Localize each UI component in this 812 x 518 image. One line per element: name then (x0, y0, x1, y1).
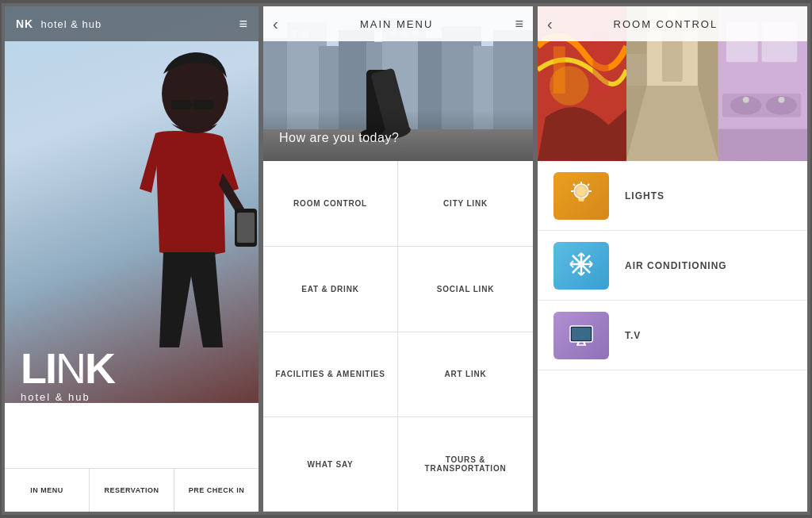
screen1-background (5, 6, 259, 403)
room-control-title: ROOM CONTROL (614, 18, 718, 30)
svg-rect-48 (718, 129, 807, 161)
screen3-header: ‹ ROOM CONTROL (538, 6, 807, 41)
screen1-footer: IN MENU RESERVATION PRE CHECK IN (5, 468, 259, 512)
screen1-logo: NK hotel & hub (16, 17, 102, 30)
tv-label: T.V (625, 330, 641, 341)
hero-greeting: How are you today? (279, 131, 399, 145)
screen2-header: ‹ MAIN MENU ≡ (263, 6, 533, 41)
screen1-content: LiNK hotel & hub — Tel Aviv — 39 Shaul H… (21, 347, 124, 464)
lightbulb-icon (567, 180, 596, 212)
eat-drink-menu-item[interactable]: EAT & DRINK (263, 247, 398, 332)
svg-point-47 (778, 97, 784, 103)
screen3-room-control: ‹ ROOM CONTROL (538, 6, 807, 512)
svg-point-60 (578, 261, 584, 267)
lights-control-item[interactable]: LIGHTS (538, 161, 807, 231)
hamburger-icon[interactable]: ≡ (515, 16, 523, 33)
svg-point-46 (743, 97, 749, 103)
tours-menu-item[interactable]: TOURS & TRANSPORTATION (398, 417, 533, 512)
hotel-hub-label: hotel & hub (21, 391, 124, 403)
room-control-menu-item[interactable]: ROOM CONTROL (263, 161, 398, 247)
reservation-button[interactable]: RESERVATION (90, 469, 174, 512)
city-link-menu-item[interactable]: CITY LINK (398, 161, 533, 247)
tv-icon-box (553, 312, 609, 359)
city-label: Tel Aviv (37, 405, 96, 421)
svg-rect-70 (572, 328, 591, 340)
back-button[interactable]: ‹ (547, 15, 553, 33)
brand-logo: LiNK (21, 347, 124, 389)
lights-label: LIGHTS (625, 190, 665, 201)
snowflake-icon (567, 250, 596, 282)
tv-icon (567, 320, 596, 351)
svg-rect-1 (171, 100, 191, 109)
in-menu-button[interactable]: IN MENU (5, 469, 90, 512)
pre-check-in-button[interactable]: PRE CHECK IN (174, 469, 259, 512)
svg-line-53 (573, 184, 575, 186)
svg-rect-30 (553, 46, 565, 94)
social-link-menu-item[interactable]: SOCIAL LINK (398, 247, 533, 332)
ac-control-item[interactable]: AIR CONDITIONING (538, 231, 807, 301)
ac-icon-box (553, 242, 609, 290)
art-link-menu-item[interactable]: ART LINK (398, 332, 533, 418)
svg-point-55 (576, 186, 586, 196)
what-say-menu-item[interactable]: WHAT SAY (263, 417, 398, 512)
screens-container: NK hotel & hub ≡ (2, 3, 810, 515)
lights-icon-box (553, 172, 609, 220)
room-controls-list: LIGHTS (538, 161, 807, 512)
back-button[interactable]: ‹ (273, 15, 278, 33)
ac-label: AIR CONDITIONING (625, 260, 727, 271)
person-silhouette (92, 30, 259, 395)
divider (21, 424, 44, 425)
screen1-hotel-home: NK hotel & hub ≡ (5, 6, 259, 512)
main-menu-title: MAIN MENU (360, 18, 433, 30)
svg-rect-5 (237, 213, 255, 243)
svg-line-51 (588, 184, 589, 186)
hamburger-icon[interactable]: ≡ (239, 17, 247, 31)
tv-control-item[interactable]: T.V (538, 301, 807, 370)
address: 39 Shaul Hamelech Av Tel Aviv (21, 433, 124, 464)
svg-rect-2 (193, 100, 213, 109)
svg-rect-39 (626, 54, 647, 86)
screen1-header: NK hotel & hub ≡ (5, 6, 259, 41)
facilities-menu-item[interactable]: FACILITIES & AMENITIES (263, 332, 398, 418)
main-menu-grid: ROOM CONTROL CITY LINK EAT & DRINK SOCIA… (263, 161, 533, 512)
screen2-main-menu: ‹ MAIN MENU ≡ (263, 6, 533, 512)
